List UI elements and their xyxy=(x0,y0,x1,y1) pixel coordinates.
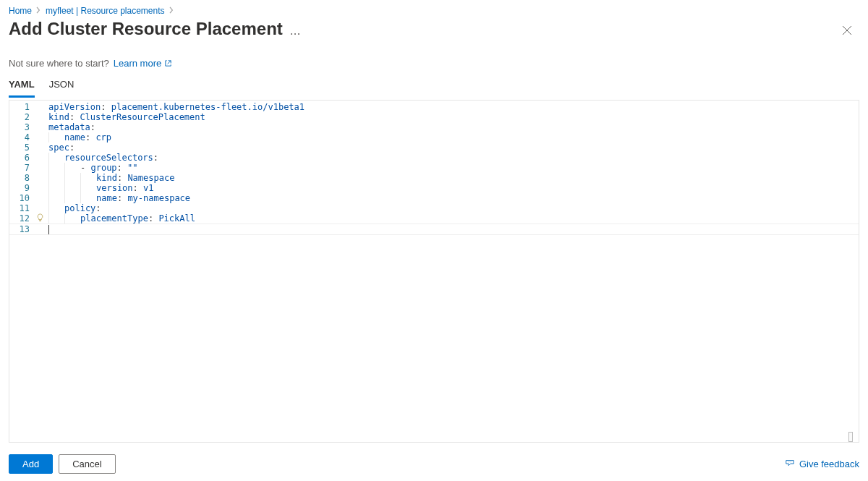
line-number: 2 xyxy=(9,112,34,122)
code-line: 13 xyxy=(9,224,859,235)
add-button[interactable]: Add xyxy=(9,454,53,474)
code-line: 4name: crp xyxy=(9,132,859,142)
code-line: 11policy: xyxy=(9,203,859,213)
line-number: 12 xyxy=(9,213,34,224)
give-feedback-link[interactable]: Give feedback xyxy=(785,459,859,469)
code-line: 8kind: Namespace xyxy=(9,173,859,183)
code-line: 5spec: xyxy=(9,142,859,153)
code-line: 7- group: "" xyxy=(9,163,859,173)
close-icon[interactable] xyxy=(838,21,856,40)
code-line: 6resourceSelectors: xyxy=(9,153,859,163)
breadcrumb: Home myfleet | Resource placements xyxy=(9,6,859,19)
breadcrumb-item-myfleet[interactable]: myfleet | Resource placements xyxy=(46,6,165,16)
svg-point-2 xyxy=(298,33,299,35)
feedback-icon xyxy=(785,459,795,469)
line-number: 1 xyxy=(9,102,34,112)
line-number: 9 xyxy=(9,183,34,193)
code-line: 1apiVersion: placement.kubernetes-fleet.… xyxy=(9,102,859,112)
lightbulb-icon xyxy=(34,213,46,222)
line-number: 10 xyxy=(9,193,34,203)
code-content: spec: xyxy=(46,142,859,153)
code-content: version: v1 xyxy=(46,183,859,193)
code-content: - group: "" xyxy=(46,163,859,173)
code-line: 10name: my-namespace xyxy=(9,193,859,203)
minimap-viewport-indicator xyxy=(848,432,853,442)
code-content: resourceSelectors: xyxy=(46,153,859,163)
code-content: apiVersion: placement.kubernetes-fleet.i… xyxy=(46,102,859,112)
breadcrumb-item-home[interactable]: Home xyxy=(9,6,32,16)
code-content xyxy=(46,224,859,234)
code-line: 3metadata: xyxy=(9,122,859,132)
helper-intro: Not sure where to start? xyxy=(9,58,109,69)
tabs: YAML JSON xyxy=(9,76,859,98)
line-number: 13 xyxy=(9,224,34,234)
code-content: name: crp xyxy=(46,132,859,142)
text-caret xyxy=(48,225,49,234)
svg-point-0 xyxy=(291,33,292,35)
svg-point-4 xyxy=(791,461,791,462)
cancel-button[interactable]: Cancel xyxy=(59,454,115,474)
code-content: policy: xyxy=(46,203,859,213)
code-content: name: my-namespace xyxy=(46,193,859,203)
code-content: kind: Namespace xyxy=(46,173,859,183)
footer: Add Cancel Give feedback xyxy=(0,446,868,481)
line-number: 3 xyxy=(9,122,34,132)
learn-more-link[interactable]: Learn more xyxy=(114,58,172,69)
chevron-right-icon xyxy=(36,6,41,16)
chevron-right-icon xyxy=(169,6,174,16)
line-number: 4 xyxy=(9,132,34,142)
more-icon[interactable] xyxy=(290,24,300,38)
svg-point-5 xyxy=(788,461,789,462)
code-line: 12placementType: PickAll xyxy=(9,213,859,224)
code-line: 2kind: ClusterResourcePlacement xyxy=(9,112,859,122)
helper-text: Not sure where to start? Learn more xyxy=(9,42,859,76)
code-content: placementType: PickAll xyxy=(46,213,859,224)
page-title: Add Cluster Resource Placement xyxy=(9,19,283,39)
svg-point-3 xyxy=(789,461,790,462)
line-number: 11 xyxy=(9,203,34,213)
tab-yaml[interactable]: YAML xyxy=(9,76,35,98)
line-number: 6 xyxy=(9,153,34,163)
svg-point-1 xyxy=(294,33,296,35)
line-number: 8 xyxy=(9,173,34,183)
external-link-icon xyxy=(164,59,172,67)
line-number: 7 xyxy=(9,163,34,173)
code-content: kind: ClusterResourcePlacement xyxy=(46,112,859,122)
code-line: 9version: v1 xyxy=(9,183,859,193)
line-number: 5 xyxy=(9,142,34,153)
code-content: metadata: xyxy=(46,122,859,132)
tab-json[interactable]: JSON xyxy=(49,76,75,98)
code-editor[interactable]: 1apiVersion: placement.kubernetes-fleet.… xyxy=(9,100,859,443)
